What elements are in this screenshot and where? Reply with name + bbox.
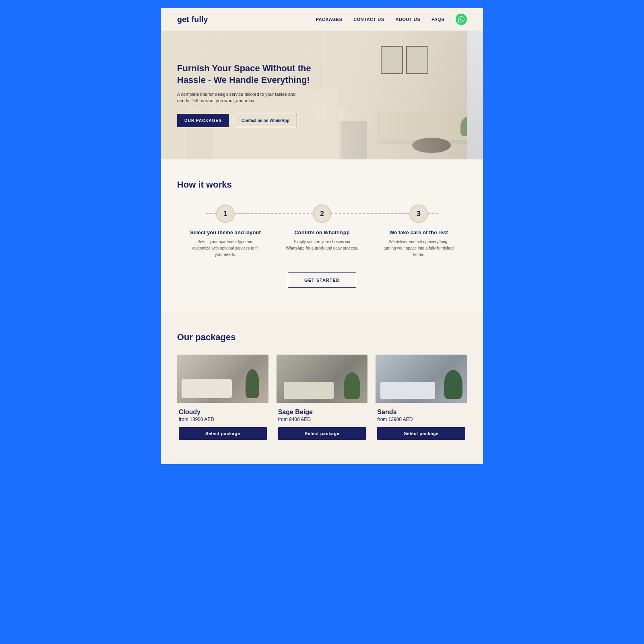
steps-track: 1 Select you theme and layout Select you… (177, 204, 467, 258)
package-card-sands: Sands from 13900 AED Select package (376, 355, 467, 440)
package-info-cloudy: Cloudy from 13900 AED Select package (177, 403, 268, 440)
package-card-cloudy: Cloudy from 13900 AED Select package (177, 355, 268, 440)
nav-packages[interactable]: PACKAGES (316, 17, 343, 22)
select-package-cloudy[interactable]: Select package (179, 427, 267, 440)
package-info-sagebeige: Sage Beige from 9400 AED Select package (277, 403, 368, 440)
package-card-sagebeige: Sage Beige from 9400 AED Select package (277, 355, 368, 440)
nav-about[interactable]: ABOUT US (396, 17, 420, 22)
package-name-cloudy: Cloudy (179, 409, 267, 416)
step-2: 2 Confirm on WhatsApp Simply confirm you… (274, 204, 370, 252)
packages-section: Our packages Cloudy from 13900 AED Selec… (161, 312, 483, 464)
logo: get fully (177, 15, 208, 24)
how-section-title: How it works (177, 180, 467, 190)
package-image-sagebeige (277, 355, 368, 403)
navbar: get fully PACKAGES CONTACT US ABOUT US F… (161, 8, 483, 31)
step-1: 1 Select you theme and layout Select you… (177, 204, 274, 258)
package-name-sands: Sands (377, 409, 465, 416)
package-info-sands: Sands from 13900 AED Select package (376, 403, 467, 440)
nav-links: PACKAGES CONTACT US ABOUT US FAQS (316, 14, 467, 25)
package-price-sagebeige: from 9400 AED (278, 417, 366, 422)
step-1-desc: Select your apartment type and customize… (189, 239, 262, 258)
whatsapp-contact-button[interactable]: Contact us on WhatsApp (234, 114, 297, 127)
hero-subtitle: A complete interior design service tailo… (177, 91, 306, 104)
whatsapp-nav-icon[interactable] (456, 14, 467, 25)
package-image-cloudy (177, 355, 268, 403)
step-3: 3 We take care of the rest We deliver an… (370, 204, 467, 258)
step-3-heading: We take care of the rest (389, 229, 448, 235)
page-wrapper: get fully PACKAGES CONTACT US ABOUT US F… (161, 8, 483, 464)
hero-buttons: OUR PACKAGES Contact us on WhatsApp (177, 114, 328, 127)
select-package-sands[interactable]: Select package (377, 427, 465, 440)
wall-frames (381, 46, 428, 74)
packages-grid: Cloudy from 13900 AED Select package Sag… (177, 355, 467, 440)
package-price-sands: from 13900 AED (377, 417, 465, 422)
how-it-works-section: How it works 1 Select you theme and layo… (161, 159, 483, 312)
step-1-heading: Select you theme and layout (190, 229, 261, 235)
get-started-wrapper: GET STARTED (177, 272, 467, 288)
select-package-sagebeige[interactable]: Select package (278, 427, 366, 440)
step-2-desc: Simply confirm your choices via WhatsApp… (286, 239, 358, 252)
step-3-circle: 3 (409, 204, 428, 223)
package-name-sagebeige: Sage Beige (278, 409, 366, 416)
nav-contact[interactable]: CONTACT US (353, 17, 384, 22)
hero-title: Furnish Your Space Without the Hassle - … (177, 63, 328, 86)
package-price-cloudy: from 13900 AED (179, 417, 267, 422)
wall-frame-1 (381, 46, 403, 74)
step-1-circle: 1 (216, 204, 235, 223)
nav-faqs[interactable]: FAQS (431, 17, 444, 22)
hero-content: Furnish Your Space Without the Hassle - … (161, 31, 328, 159)
step-2-circle: 2 (313, 204, 331, 223)
wall-frame-2 (406, 46, 428, 74)
step-3-desc: We deliver and set up everything, turnin… (382, 239, 455, 258)
package-image-sands (376, 355, 467, 403)
hero-section: Furnish Your Space Without the Hassle - … (161, 31, 483, 159)
our-packages-button[interactable]: OUR PACKAGES (177, 114, 229, 127)
step-2-heading: Confirm on WhatsApp (294, 229, 349, 235)
get-started-button[interactable]: GET STARTED (288, 272, 356, 288)
packages-section-title: Our packages (177, 332, 467, 343)
